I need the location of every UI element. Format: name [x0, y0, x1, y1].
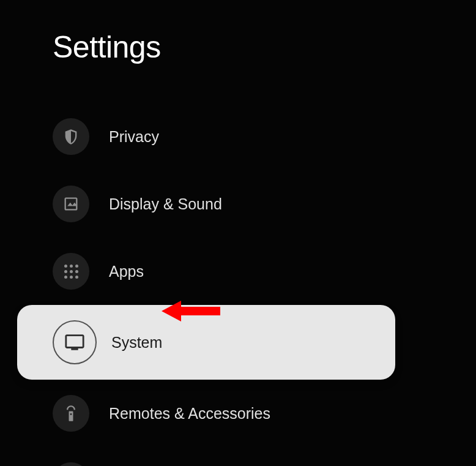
menu-label-apps: Apps — [109, 263, 144, 280]
remote-icon — [53, 395, 89, 432]
settings-menu: Privacy Display & Sound Apps System Remo… — [0, 103, 476, 466]
apps-grid-icon — [53, 253, 89, 290]
help-icon — [53, 462, 89, 466]
menu-item-display-sound[interactable]: Display & Sound — [0, 170, 476, 238]
page-title: Settings — [0, 0, 476, 65]
shield-icon — [53, 118, 89, 155]
menu-item-system[interactable]: System — [17, 305, 395, 380]
tv-icon — [53, 320, 97, 364]
menu-item-privacy[interactable]: Privacy — [0, 103, 476, 170]
menu-item-help[interactable]: Help & Feedback — [0, 447, 476, 466]
menu-label-remotes: Remotes & Accessories — [109, 405, 270, 423]
menu-label-display-sound: Display & Sound — [109, 195, 222, 213]
menu-item-apps[interactable]: Apps — [0, 238, 476, 305]
image-icon — [53, 186, 89, 222]
menu-item-remotes[interactable]: Remotes & Accessories — [0, 380, 476, 447]
menu-label-privacy: Privacy — [109, 128, 159, 146]
menu-label-system: System — [111, 334, 162, 351]
